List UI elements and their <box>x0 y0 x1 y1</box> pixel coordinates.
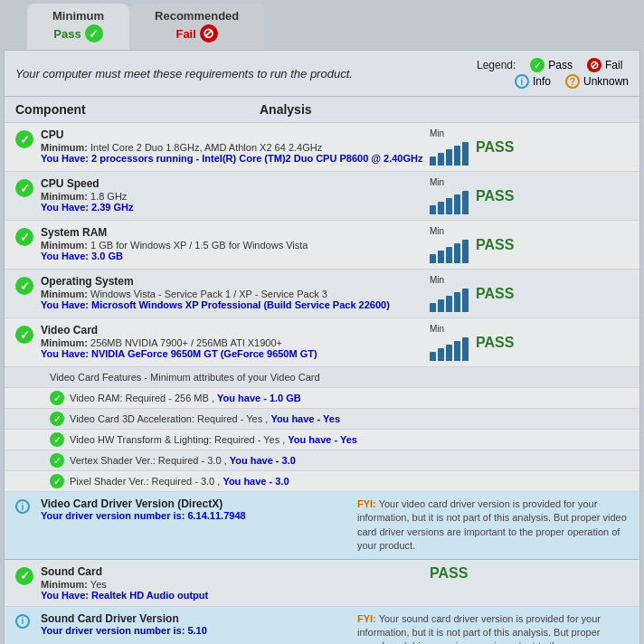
cpu-speed-pass-icon: ✓ <box>15 179 33 197</box>
video-card-bar-chart <box>430 336 469 361</box>
cpu-speed-you-have: You Have: 2.39 GHz <box>41 202 430 213</box>
row-sound-driver: i Sound Card Driver Version Your driver … <box>5 607 639 644</box>
row-cpu-speed-analysis: Min PASS <box>430 177 629 214</box>
video-card-name: Video Card <box>41 324 430 336</box>
cpu-speed-minimum: Minimum: 1.8 GHz <box>41 191 430 202</box>
row-sound-card-icon: ✓ <box>15 565 37 585</box>
row-cpu: ✓ CPU Minimum: Intel Core 2 Duo 1.8GHz, … <box>5 123 639 172</box>
row-os-icon: ✓ <box>15 275 37 295</box>
bar2 <box>438 251 444 263</box>
legend-unknown: ? Unknown <box>565 74 629 89</box>
sound-driver-name: Sound Card Driver Version <box>41 612 357 625</box>
bar3 <box>446 296 452 312</box>
sound-driver-fyi-label: FYI: <box>357 613 376 624</box>
sound-card-pass-label: PASS <box>430 565 468 582</box>
tab-minimum-label: Minimum <box>52 9 104 23</box>
tab-recommended-fail-icon: ⊘ <box>200 24 218 43</box>
system-ram-you-have: You Have: 3.0 GB <box>41 251 430 261</box>
bar3 <box>446 149 452 166</box>
system-ram-name: System RAM <box>41 226 430 239</box>
row-cpu-content: CPU Minimum: Intel Core 2 Duo 1.8GHz, AM… <box>37 128 430 164</box>
legend-info-label: Info <box>533 75 551 88</box>
pixel-shader-row: ✓ Pixel Shader Ver.: Required - 3.0 , Yo… <box>5 471 639 492</box>
video-ram-text: Video RAM: Required - 256 MB , You have … <box>70 393 301 403</box>
legend-title: Legend: <box>477 59 516 71</box>
legend-info: i Info <box>515 74 551 89</box>
legend-info-icon: i <box>515 74 529 89</box>
main-panel: Your computer must meet these requiremen… <box>4 50 640 644</box>
video-3d-row: ✓ Video Card 3D Acceleration: Required -… <box>5 409 639 430</box>
video-driver-name: Video Card Driver Version (DirectX) <box>41 497 357 510</box>
row-sound-driver-icon: i <box>15 612 37 629</box>
cpu-minimum: Minimum: Intel Core 2 Duo 1.8GHz, AMD At… <box>41 142 430 153</box>
info-bar: Your computer must meet these requiremen… <box>5 51 639 97</box>
cpu-speed-pass-label: PASS <box>476 188 514 204</box>
bar4 <box>454 341 460 361</box>
pixel-shader-check-icon: ✓ <box>50 474 64 488</box>
cpu-speed-bar-chart <box>430 189 469 214</box>
bar2 <box>438 348 444 361</box>
row-os-content: Operating System Minimum: Windows Vista … <box>37 275 430 310</box>
row-video-driver-content: Video Card Driver Version (DirectX) Your… <box>37 497 357 521</box>
bar2 <box>438 299 444 312</box>
bar4 <box>454 146 460 166</box>
bar2 <box>438 202 444 214</box>
os-minimum: Minimum: Windows Vista - Service Pack 1 … <box>41 289 430 299</box>
row-system-ram-content: System RAM Minimum: 1 GB for Windows XP … <box>37 226 430 261</box>
bar5 <box>462 240 469 263</box>
bar1 <box>430 303 436 312</box>
cpu-name: CPU <box>41 128 430 141</box>
row-system-ram-icon: ✓ <box>15 226 37 246</box>
col-component-header: Component <box>15 102 260 117</box>
tab-recommended-label: Recommended <box>155 9 239 23</box>
bar5 <box>462 289 469 312</box>
vertex-shader-row: ✓ Vertex Shader Ver.: Required - 3.0 , Y… <box>5 450 639 471</box>
video-hw-check-icon: ✓ <box>50 432 64 447</box>
video-hw-text: Video HW Transform & Lighting: Required … <box>70 434 357 445</box>
bar5 <box>462 142 469 166</box>
tab-recommended[interactable]: Recommended Fail ⊘ <box>129 4 264 50</box>
row-system-ram: ✓ System RAM Minimum: 1 GB for Windows X… <box>5 221 639 270</box>
sound-card-you-have: You Have: Realtek HD Audio output <box>41 590 430 601</box>
row-video-card-analysis: Min PASS <box>430 324 629 361</box>
system-ram-minimum: Minimum: 1 GB for Windows XP / 1.5 GB fo… <box>41 240 430 251</box>
tab-minimum[interactable]: Minimum Pass ✓ <box>27 4 129 50</box>
legend-pass-icon: ✓ <box>530 58 545 72</box>
legend: Legend: ✓ Pass ⊘ Fail i Info ? Unknown <box>477 58 629 89</box>
legend-fail-icon: ⊘ <box>587 58 601 72</box>
bar1 <box>430 205 436 214</box>
row-sound-driver-content: Sound Card Driver Version Your driver ve… <box>37 612 357 636</box>
legend-pass-label: Pass <box>548 59 573 71</box>
video-driver-info-icon: i <box>15 499 30 514</box>
row-video-card: ✓ Video Card Minimum: 256MB NVIDIA 7900+… <box>5 318 639 367</box>
legend-unknown-icon: ? <box>565 74 580 89</box>
col-analysis-header: Analysis <box>260 102 312 117</box>
sound-driver-version: Your driver version number is: 5.10 <box>41 625 357 636</box>
bar1 <box>430 254 436 263</box>
cpu-speed-name: CPU Speed <box>41 177 430 190</box>
bar1 <box>430 352 436 361</box>
bar2 <box>438 153 444 166</box>
video-3d-text: Video Card 3D Acceleration: Required - Y… <box>70 413 340 424</box>
row-cpu-analysis: Min PASS <box>430 128 629 166</box>
row-os: ✓ Operating System Minimum: Windows Vist… <box>5 270 639 318</box>
os-name: Operating System <box>41 275 430 288</box>
vertex-shader-check-icon: ✓ <box>50 453 64 468</box>
video-3d-check-icon: ✓ <box>50 412 64 426</box>
tab-recommended-status: Fail <box>175 27 195 41</box>
row-system-ram-analysis: Min PASS <box>430 226 629 263</box>
video-ram-row: ✓ Video RAM: Required - 256 MB , You hav… <box>5 388 639 409</box>
tab-minimum-status: Pass <box>53 27 80 41</box>
row-os-analysis: Min PASS <box>430 275 629 312</box>
row-sound-card-content: Sound Card Minimum: Yes You Have: Realte… <box>37 565 430 601</box>
video-ram-check-icon: ✓ <box>50 391 64 405</box>
os-pass-icon: ✓ <box>15 277 33 295</box>
video-driver-version: Your driver version number is: 6.14.11.7… <box>41 510 357 521</box>
video-card-minimum: Minimum: 256MB NVIDIA 7900+ / 256MB ATI … <box>41 337 430 348</box>
bar3 <box>446 198 452 214</box>
sound-driver-info-icon: i <box>15 614 30 629</box>
row-cpu-speed-content: CPU Speed Minimum: 1.8 GHz You Have: 2.3… <box>37 177 430 213</box>
bar4 <box>454 243 460 263</box>
bar3 <box>446 247 452 263</box>
video-card-features-label: Video Card Features - Minimum attributes… <box>50 372 320 383</box>
